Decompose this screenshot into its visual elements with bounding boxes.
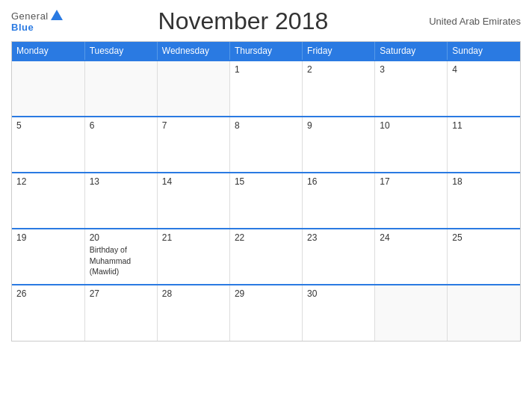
calendar-cell: 27 bbox=[84, 285, 157, 341]
calendar-cell: 20Birthday of Muhammad (Mawlid) bbox=[84, 229, 157, 285]
calendar-cell: 18 bbox=[448, 173, 520, 229]
day-number: 10 bbox=[380, 120, 442, 131]
calendar-cell: 17 bbox=[375, 173, 448, 229]
day-number: 5 bbox=[16, 120, 80, 131]
day-number: 17 bbox=[380, 176, 442, 187]
header-wednesday: Wednesday bbox=[157, 42, 229, 61]
day-number: 26 bbox=[16, 288, 80, 299]
calendar-cell: 8 bbox=[229, 117, 302, 173]
day-number: 27 bbox=[90, 288, 152, 299]
calendar-cell: 1 bbox=[229, 61, 302, 117]
day-number: 21 bbox=[162, 232, 225, 243]
header-sunday: Sunday bbox=[448, 42, 520, 61]
day-number: 3 bbox=[380, 64, 442, 75]
calendar-cell: 29 bbox=[229, 285, 302, 341]
day-number: 6 bbox=[90, 120, 152, 131]
calendar-cell bbox=[157, 61, 229, 117]
day-number: 1 bbox=[235, 64, 297, 75]
day-event: Birthday of Muhammad (Mawlid) bbox=[90, 245, 131, 276]
day-number: 30 bbox=[307, 288, 370, 299]
day-number: 18 bbox=[452, 176, 516, 187]
header-tuesday: Tuesday bbox=[84, 42, 157, 61]
calendar-cell: 10 bbox=[375, 117, 448, 173]
calendar-week-row: 1920Birthday of Muhammad (Mawlid)2122232… bbox=[12, 229, 520, 285]
day-number: 29 bbox=[235, 288, 297, 299]
day-number: 8 bbox=[235, 120, 297, 131]
calendar-cell: 24 bbox=[375, 229, 448, 285]
calendar-week-row: 1234 bbox=[12, 61, 520, 117]
calendar-cell: 15 bbox=[229, 173, 302, 229]
header-thursday: Thursday bbox=[229, 42, 302, 61]
calendar-cell: 30 bbox=[303, 285, 375, 341]
day-number: 20 bbox=[90, 232, 152, 243]
calendar-cell: 4 bbox=[448, 61, 520, 117]
header-monday: Monday bbox=[12, 42, 84, 61]
calendar-week-row: 2627282930 bbox=[12, 285, 520, 341]
day-number: 28 bbox=[162, 288, 225, 299]
calendar-cell: 25 bbox=[448, 229, 520, 285]
calendar-cell bbox=[12, 61, 84, 117]
day-number: 22 bbox=[235, 232, 297, 243]
calendar: Monday Tuesday Wednesday Thursday Friday… bbox=[11, 41, 521, 342]
calendar-cell: 9 bbox=[303, 117, 375, 173]
day-number: 24 bbox=[380, 232, 442, 243]
header-friday: Friday bbox=[303, 42, 375, 61]
day-number: 12 bbox=[16, 176, 80, 187]
calendar-cell: 3 bbox=[375, 61, 448, 117]
calendar-cell: 11 bbox=[448, 117, 520, 173]
logo-triangle-icon bbox=[51, 10, 63, 20]
calendar-title: November 2018 bbox=[63, 7, 424, 35]
day-number: 13 bbox=[90, 176, 152, 187]
day-number: 11 bbox=[452, 120, 516, 131]
header-saturday: Saturday bbox=[375, 42, 448, 61]
calendar-cell bbox=[448, 285, 520, 341]
calendar-week-row: 567891011 bbox=[12, 117, 520, 173]
day-number: 16 bbox=[307, 176, 370, 187]
calendar-cell: 22 bbox=[229, 229, 302, 285]
calendar-cell: 7 bbox=[157, 117, 229, 173]
logo: General Blue bbox=[11, 10, 63, 33]
calendar-cell: 5 bbox=[12, 117, 84, 173]
day-number: 19 bbox=[16, 232, 80, 243]
day-number: 4 bbox=[452, 64, 516, 75]
header: General Blue November 2018 United Arab E… bbox=[11, 7, 521, 35]
day-number: 23 bbox=[307, 232, 370, 243]
calendar-cell: 16 bbox=[303, 173, 375, 229]
day-number: 9 bbox=[307, 120, 370, 131]
country-label: United Arab Emirates bbox=[424, 16, 521, 27]
calendar-cell: 28 bbox=[157, 285, 229, 341]
day-number: 14 bbox=[162, 176, 225, 187]
calendar-week-row: 12131415161718 bbox=[12, 173, 520, 229]
day-number: 15 bbox=[235, 176, 297, 187]
day-number: 2 bbox=[307, 64, 370, 75]
day-number: 25 bbox=[452, 232, 516, 243]
calendar-cell: 2 bbox=[303, 61, 375, 117]
calendar-cell: 23 bbox=[303, 229, 375, 285]
page: General Blue November 2018 United Arab E… bbox=[0, 0, 532, 411]
day-headers-row: Monday Tuesday Wednesday Thursday Friday… bbox=[12, 42, 520, 61]
calendar-cell: 26 bbox=[12, 285, 84, 341]
logo-general-text: General bbox=[11, 10, 49, 22]
logo-blue-text: Blue bbox=[11, 22, 34, 33]
calendar-cell bbox=[84, 61, 157, 117]
calendar-cell: 19 bbox=[12, 229, 84, 285]
calendar-cell: 14 bbox=[157, 173, 229, 229]
calendar-cell: 12 bbox=[12, 173, 84, 229]
calendar-cell bbox=[375, 285, 448, 341]
day-number: 7 bbox=[162, 120, 225, 131]
calendar-cell: 6 bbox=[84, 117, 157, 173]
calendar-cell: 21 bbox=[157, 229, 229, 285]
calendar-cell: 13 bbox=[84, 173, 157, 229]
